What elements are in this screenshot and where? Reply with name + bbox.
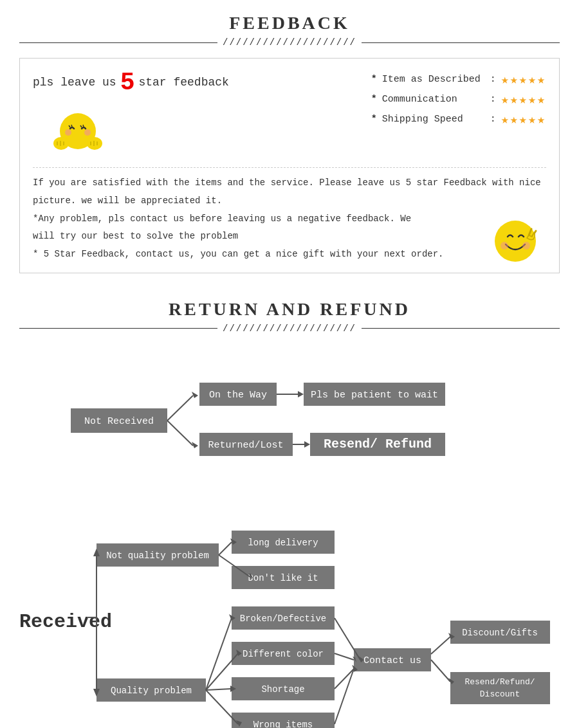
refund-divider: //////////////////// <box>19 323 560 334</box>
not-received-label: Not Received <box>84 416 154 427</box>
feedback-body-line5: * 5 Star Feedback, contact us, you can g… <box>33 247 546 262</box>
returned-lost-label: Returned/Lost <box>208 440 283 451</box>
svg-line-62 <box>335 653 354 660</box>
quality-label: Quality problem <box>111 686 192 696</box>
divider-slash: //////////////////// <box>223 37 356 48</box>
resend-refund-discount-label2: Discount <box>480 689 520 699</box>
rating-row-shipping: * Shipping Speed : ★★★★★ <box>371 111 546 127</box>
resend-refund-discount-label1: Resend/Refund/ <box>464 677 535 687</box>
refund-divider-line-right <box>362 328 560 329</box>
colon-shipping: : <box>490 114 496 125</box>
feedback-left: pls leave us5star feedback <box>33 69 229 159</box>
asterisk-communication: * <box>371 94 377 105</box>
rating-label-described: Item as Described <box>382 74 485 85</box>
svg-line-38 <box>219 542 232 555</box>
received-flow: Received Not quality problem long delive… <box>13 492 566 728</box>
refund-title: RETURN AND REFUND <box>19 299 560 320</box>
svg-point-16 <box>501 242 508 250</box>
feedback-title: FEEDBACK <box>19 13 560 33</box>
pls-leave-prefix: pls leave us <box>33 76 116 89</box>
feedback-body-line4: will try our best to solve the problem <box>33 229 546 244</box>
feedback-top: pls leave us5star feedback <box>33 69 546 168</box>
svg-line-66 <box>335 669 354 724</box>
on-the-way-label: On the Way <box>209 390 267 401</box>
svg-point-8 <box>87 137 102 150</box>
asterisk-described: * <box>371 74 377 85</box>
flowchart-area: Not Received On the Way Pls be patient t… <box>0 357 579 728</box>
refund-section: RETURN AND REFUND //////////////////// <box>0 293 579 357</box>
svg-line-4 <box>71 125 72 127</box>
asterisk-shipping: * <box>371 114 377 125</box>
feedback-body-line3: *Any problem, pls contact us before leav… <box>33 212 546 227</box>
divider-line-left <box>19 42 217 43</box>
emoji-happy <box>492 217 540 266</box>
divider-line-right <box>362 42 560 43</box>
rating-label-shipping: Shipping Speed <box>382 114 485 125</box>
svg-point-15 <box>495 221 536 262</box>
rating-row-communication: * Communication : ★★★★★ <box>371 91 546 107</box>
rating-label-communication: Communication <box>382 94 485 105</box>
pls-leave-text: pls leave us5star feedback <box>33 69 229 96</box>
broken-label: Broken/Defective <box>240 614 326 624</box>
svg-marker-22 <box>192 392 198 398</box>
feedback-body-line2: picture. we will be appreciated it. <box>33 194 546 209</box>
feedback-right: * Item as Described : ★★★★★ * Communicat… <box>371 69 546 127</box>
shortage-label: Shortage <box>261 684 304 695</box>
svg-line-6 <box>83 125 84 127</box>
svg-point-2 <box>84 129 91 136</box>
dont-like-label: Don't like it <box>248 573 318 583</box>
svg-point-7 <box>53 137 69 150</box>
svg-line-27 <box>167 421 193 446</box>
pls-leave-suffix: star feedback <box>138 76 228 89</box>
feedback-box: pls leave us5star feedback <box>19 58 560 273</box>
svg-line-21 <box>167 396 193 421</box>
svg-line-48 <box>206 618 232 690</box>
contact-us-label: Contact us <box>363 655 421 666</box>
svg-marker-25 <box>298 391 304 397</box>
stars-shipping: ★★★★★ <box>501 111 546 127</box>
svg-line-69 <box>431 637 450 654</box>
resend-refund-label: Resend/ Refund <box>324 437 432 451</box>
feedback-body: If you are satisfied with the items and … <box>33 176 546 262</box>
colon-communication: : <box>490 94 496 105</box>
long-delivery-label: long delivery <box>248 538 318 548</box>
stars-described: ★★★★★ <box>501 71 546 87</box>
svg-point-1 <box>65 129 71 136</box>
feedback-body-line1: If you are satisfied with the items and … <box>33 176 546 191</box>
colon-described: : <box>490 74 496 85</box>
rating-row-described: * Item as Described : ★★★★★ <box>371 71 546 87</box>
svg-line-72 <box>431 660 450 682</box>
big-five: 5 <box>120 69 135 96</box>
stars-communication: ★★★★★ <box>501 91 546 107</box>
refund-divider-line-left <box>19 328 217 329</box>
discount-gifts-label: Discount/Gifts <box>462 628 538 638</box>
svg-point-17 <box>522 242 530 250</box>
different-color-label: Different color <box>243 649 324 659</box>
svg-marker-31 <box>304 441 310 448</box>
svg-line-54 <box>206 689 232 690</box>
not-received-flow: Not Received On the Way Pls be patient t… <box>13 363 566 492</box>
feedback-section: FEEDBACK //////////////////// pls leave … <box>0 0 579 293</box>
wrong-items-label: Wrong items <box>253 720 313 728</box>
refund-divider-slash: //////////////////// <box>223 323 356 334</box>
feedback-divider: //////////////////// <box>19 37 560 48</box>
received-text: Received <box>19 611 112 633</box>
pls-patient-label: Pls be patient to wait <box>311 390 438 401</box>
svg-line-60 <box>335 618 360 660</box>
not-quality-label: Not quality problem <box>106 551 209 561</box>
emoji-sleeping <box>52 108 104 159</box>
